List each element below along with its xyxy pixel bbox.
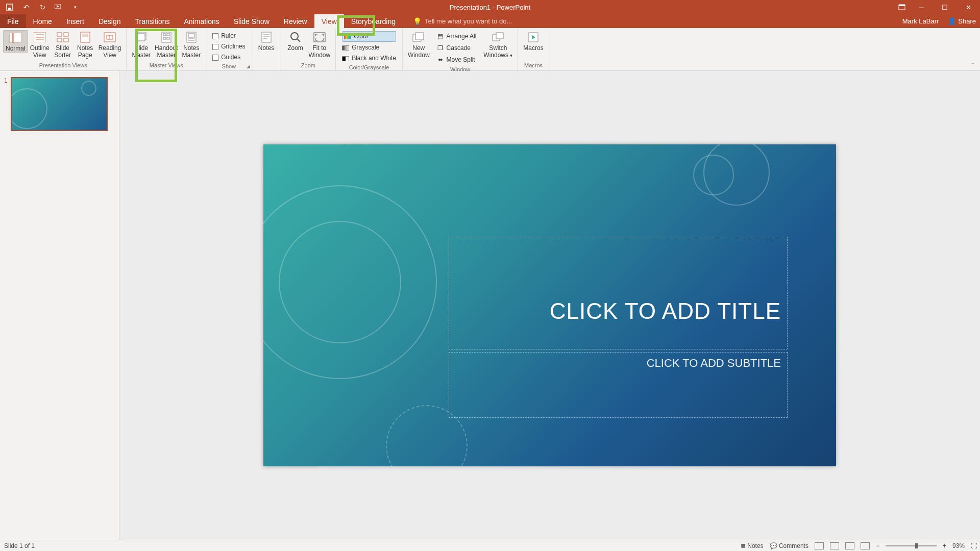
tab-insert[interactable]: Insert [59, 14, 91, 28]
comments-toggle[interactable]: 💬 Comments [770, 542, 808, 549]
tab-view[interactable]: View [314, 14, 344, 28]
group-label: Presentation Views [3, 62, 123, 69]
notes-page-icon [79, 31, 91, 43]
signed-in-user[interactable]: Mark LaBarr [902, 17, 939, 25]
switch-windows-icon [492, 31, 504, 43]
slide-master-button[interactable]: Slide Master [130, 30, 153, 59]
tab-transitions[interactable]: Transitions [128, 14, 177, 28]
group-zoom: Zoom Fit to Window Zoom [281, 28, 336, 70]
close-button[interactable]: ✕ [957, 0, 980, 14]
svg-rect-20 [136, 34, 145, 41]
macros-button[interactable]: Macros [521, 30, 545, 52]
svg-rect-6 [9, 33, 12, 43]
color-button[interactable]: Color [342, 31, 396, 42]
zoom-slider[interactable] [886, 545, 937, 546]
handout-master-button[interactable]: Handout Master [153, 30, 180, 59]
subtitle-placeholder[interactable]: CLICK TO ADD SUBTITLE [449, 352, 788, 418]
status-bar: Slide 1 of 1 ≣ Notes 💬 Comments − + 93% … [0, 540, 980, 551]
notes-master-button[interactable]: Notes Master [180, 30, 203, 59]
slideshow-view-icon[interactable] [861, 542, 870, 549]
svg-rect-1 [8, 8, 11, 10]
notes-button[interactable]: Notes [255, 30, 278, 52]
svg-rect-5 [899, 5, 905, 6]
tab-animations[interactable]: Animations [177, 14, 226, 28]
cascade-button[interactable]: ❐Cascade [435, 43, 479, 54]
fit-slide-icon[interactable]: ⛶ [971, 542, 977, 549]
svg-rect-38 [415, 33, 424, 40]
svg-marker-3 [57, 5, 59, 8]
switch-windows-button[interactable]: Switch Windows ▾ [481, 30, 514, 59]
start-from-beginning-icon[interactable] [54, 3, 63, 12]
window-title: Presentation1 - PowerPoint [450, 4, 530, 11]
notes-toggle[interactable]: ≣ Notes [741, 542, 764, 549]
reading-view-button[interactable]: Reading View [96, 30, 124, 59]
tab-file[interactable]: File [0, 14, 26, 28]
black-and-white-button[interactable]: Black and White [342, 54, 396, 63]
normal-view-icon[interactable] [815, 542, 824, 549]
fit-to-window-icon [313, 31, 326, 43]
minimize-button[interactable]: ─ [910, 0, 933, 14]
zoom-button[interactable]: Zoom [284, 30, 307, 52]
title-placeholder-text: CLICK TO ADD TITLE [550, 298, 781, 324]
svg-line-35 [297, 39, 300, 42]
cascade-icon: ❐ [437, 45, 444, 52]
slide-number: 1 [4, 77, 8, 131]
arrange-all-icon: ▤ [437, 34, 444, 40]
slide-sorter-view-icon[interactable] [830, 542, 839, 549]
zoom-out-button[interactable]: − [876, 542, 879, 549]
outline-view-button[interactable]: Outline View [28, 30, 52, 59]
slide-editor[interactable]: CLICK TO ADD TITLE CLICK TO ADD SUBTITLE [119, 71, 980, 540]
slide-sorter-button[interactable]: Slide Sorter [52, 30, 74, 59]
ribbon-tabs: File Home Insert Design Transitions Anim… [0, 14, 980, 28]
svg-rect-14 [57, 38, 62, 42]
slide-thumbnail[interactable] [11, 77, 108, 131]
grayscale-button[interactable]: Grayscale [342, 43, 396, 53]
dialog-launcher-icon[interactable]: ◢ [247, 64, 250, 69]
collapse-ribbon-icon[interactable]: ⌃ [970, 62, 975, 68]
reading-view-icon [104, 31, 116, 43]
slide-thumbnail-pane[interactable]: 1 [0, 71, 119, 540]
tell-me-search[interactable]: 💡 Tell me what you want to do... [403, 14, 512, 28]
qat-customize-icon[interactable]: ▾ [70, 3, 80, 12]
notes-page-button[interactable]: Notes Page [74, 30, 96, 59]
tab-storyboarding[interactable]: Storyboarding [344, 14, 403, 28]
zoom-level[interactable]: 93% [952, 542, 965, 549]
zoom-in-button[interactable]: + [943, 542, 946, 549]
svg-rect-30 [262, 32, 271, 42]
move-split-button[interactable]: ⬌Move Split [435, 55, 479, 65]
new-window-button[interactable]: New Window [406, 30, 432, 59]
undo-icon[interactable]: ↶ [21, 3, 31, 12]
slide-canvas[interactable]: CLICK TO ADD TITLE CLICK TO ADD SUBTITLE [263, 144, 836, 466]
magnifier-icon [289, 31, 302, 43]
slide-master-icon [135, 31, 148, 43]
arrange-all-button[interactable]: ▤Arrange All [435, 31, 479, 42]
tab-review[interactable]: Review [277, 14, 314, 28]
reading-view-icon[interactable] [845, 542, 854, 549]
guides-checkbox[interactable]: Guides [212, 53, 245, 62]
lightbulb-icon: 💡 [413, 17, 422, 26]
normal-view-button[interactable]: Normal [3, 30, 28, 53]
tab-home[interactable]: Home [26, 14, 59, 28]
share-button[interactable]: 👤 Share [948, 17, 976, 25]
group-label: Macros [521, 62, 545, 69]
tab-design[interactable]: Design [91, 14, 128, 28]
tell-me-placeholder: Tell me what you want to do... [425, 17, 512, 25]
new-window-icon [412, 31, 425, 43]
ribbon-display-options-icon[interactable] [894, 0, 910, 14]
svg-rect-40 [496, 33, 503, 39]
svg-rect-12 [57, 33, 62, 36]
redo-icon[interactable]: ↻ [38, 3, 47, 12]
title-placeholder[interactable]: CLICK TO ADD TITLE [449, 237, 788, 349]
group-presentation-views: Normal Outline View Slide Sorter Notes P… [0, 28, 127, 70]
group-window: New Window ▤Arrange All ❐Cascade ⬌Move S… [403, 28, 518, 70]
maximize-button[interactable]: ☐ [933, 0, 957, 14]
slide-counter[interactable]: Slide 1 of 1 [4, 542, 35, 549]
tab-slide-show[interactable]: Slide Show [227, 14, 277, 28]
svg-rect-15 [64, 38, 68, 42]
subtitle-placeholder-text: CLICK TO ADD SUBTITLE [647, 357, 781, 370]
gridlines-checkbox[interactable]: Gridlines [212, 42, 245, 52]
fit-to-window-button[interactable]: Fit to Window [307, 30, 333, 59]
group-notes-single: Notes [252, 28, 281, 70]
ruler-checkbox[interactable]: Ruler [212, 31, 245, 41]
save-icon[interactable] [5, 3, 14, 12]
